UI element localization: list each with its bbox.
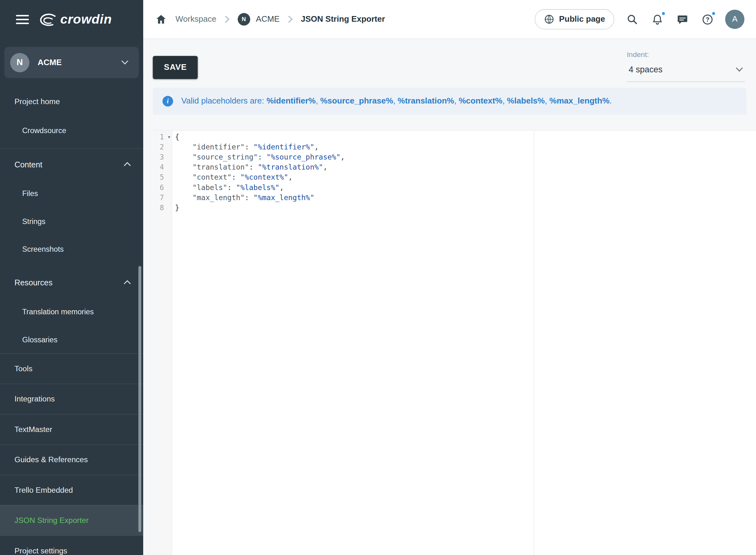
toolbar: SAVE Indent: 4 spaces [143, 39, 756, 82]
sidebar-item-label: Project home [14, 97, 60, 105]
code-line[interactable]: "max_length": "%max_length%" [175, 193, 756, 203]
sidebar-scrollbar[interactable] [138, 266, 141, 532]
token-value: "%translation%" [258, 163, 323, 172]
sidebar-item-resources[interactable]: Resources [0, 267, 143, 298]
sidebar-item-glossaries[interactable]: Glossaries [0, 326, 143, 353]
code-line[interactable]: } [175, 203, 756, 213]
placeholder-token: %source_phrase% [320, 96, 393, 105]
sidebar-item-json-string-exporter[interactable]: JSON String Exporter [0, 505, 143, 536]
placeholder-token: %translation% [398, 96, 454, 105]
workspace-avatar: N [10, 53, 29, 72]
sidebar-item-screenshots[interactable]: Screenshots [0, 236, 143, 263]
menu-icon[interactable] [16, 15, 29, 24]
sidebar-item-project-settings[interactable]: Project settings [0, 536, 143, 555]
token-ws [175, 142, 192, 151]
token-punct: , [341, 153, 345, 162]
code-line[interactable]: "source_string": "%source_phrase%", [175, 152, 756, 162]
workspace-name: ACME [37, 57, 122, 67]
sidebar-item-project-home[interactable]: Project home [0, 87, 143, 117]
code-line[interactable]: "labels": "%labels%", [175, 183, 756, 193]
code-line[interactable]: { [175, 132, 756, 142]
sidebar: crowdin N ACME Project homeCrowdsourceCo… [0, 0, 143, 555]
sidebar-item-label: Files [22, 189, 38, 198]
sidebar-item-label: Glossaries [22, 335, 57, 343]
fold-toggle-icon[interactable]: ▾ [167, 132, 171, 142]
code-line[interactable]: "context": "%context%", [175, 172, 756, 182]
topbar-actions: Public page [535, 9, 744, 29]
indent-select[interactable]: 4 spaces [627, 60, 745, 82]
sidebar-item-textmaster[interactable]: TextMaster [0, 414, 143, 444]
sidebar-item-translation-memories[interactable]: Translation memories [0, 298, 143, 326]
chevron-up-icon [124, 162, 131, 166]
sidebar-item-label: Crowdsource [22, 126, 66, 134]
info-icon: i [162, 96, 173, 106]
app-window: crowdin N ACME Project homeCrowdsourceCo… [0, 0, 756, 555]
sidebar-nav: Project homeCrowdsourceContentFilesStrin… [0, 84, 143, 555]
svg-text:?: ? [705, 16, 709, 23]
token-key: "translation" [192, 163, 249, 172]
code-line[interactable]: "translation": "%translation%", [175, 162, 756, 172]
token-ws [175, 183, 192, 192]
token-punct: , [323, 163, 327, 172]
breadcrumb-project[interactable]: N ACME [238, 13, 280, 26]
notification-dot [711, 11, 716, 16]
sidebar-header: crowdin [0, 0, 143, 39]
token-punct: } [175, 203, 179, 212]
user-avatar[interactable]: A [725, 10, 744, 29]
sidebar-item-integrations[interactable]: Integrations [0, 384, 143, 414]
public-page-button[interactable]: Public page [535, 9, 614, 29]
messages-icon[interactable] [675, 12, 689, 27]
sidebar-item-trello-embedded[interactable]: Trello Embedded [0, 475, 143, 505]
placeholder-token: %identifier% [266, 96, 316, 105]
crowdin-logo-text: crowdin [60, 12, 112, 27]
home-icon[interactable] [154, 12, 168, 27]
token-punct: , [288, 173, 293, 182]
topbar: Workspace N ACME JSON String Exporter [143, 0, 756, 39]
sidebar-item-files[interactable]: Files [0, 180, 143, 207]
line-number: 5 [153, 172, 172, 182]
breadcrumb-workspace[interactable]: Workspace [176, 14, 216, 24]
editor-gutter: 1▾2345678 [153, 131, 172, 555]
token-key: "context" [192, 173, 232, 182]
line-number: 3 [153, 152, 172, 162]
chevron-down-icon [736, 67, 743, 72]
line-number: 7 [153, 193, 172, 203]
chevron-right-icon [287, 15, 293, 24]
token-ws [175, 163, 192, 172]
sidebar-item-crowdsource[interactable]: Crowdsource [0, 117, 143, 144]
sidebar-item-label: Strings [22, 217, 45, 225]
token-value: "%labels%" [236, 183, 280, 192]
workspace-selector[interactable]: N ACME [4, 47, 139, 78]
crowdin-logo[interactable]: crowdin [40, 12, 112, 27]
token-key: "labels" [192, 183, 227, 192]
code-line[interactable]: "identifier": "%identifier%", [175, 142, 756, 152]
token-punct: : [249, 163, 258, 172]
token-punct: , [314, 142, 319, 151]
token-punct: , [280, 183, 284, 192]
sidebar-item-label: Trello Embedded [14, 486, 73, 494]
code-editor[interactable]: 1▾2345678 { "identifier": "%identifier%"… [153, 130, 756, 555]
editor-code[interactable]: { "identifier": "%identifier%", "source_… [172, 131, 756, 555]
public-page-label: Public page [559, 14, 605, 24]
chevron-right-icon [223, 15, 230, 24]
sidebar-item-label: Project settings [14, 547, 67, 555]
token-punct: { [175, 132, 179, 141]
sidebar-item-content[interactable]: Content [0, 148, 143, 180]
chevron-down-icon [122, 60, 128, 65]
info-banner: i Valid placeholders are:%identifier%, %… [153, 88, 747, 115]
crowdin-logo-icon [40, 13, 56, 27]
search-icon[interactable] [625, 12, 639, 27]
page-content: SAVE Indent: 4 spaces i Valid placeholde… [143, 39, 756, 555]
notification-dot [661, 11, 666, 16]
sidebar-item-guides-references[interactable]: Guides & References [0, 444, 143, 475]
info-banner-text: Valid placeholders are:%identifier%, %so… [181, 96, 612, 106]
sidebar-item-strings[interactable]: Strings [0, 207, 143, 235]
notifications-bell-icon[interactable] [650, 12, 664, 27]
sidebar-item-tools[interactable]: Tools [0, 353, 143, 384]
line-number: 6 [153, 183, 172, 193]
placeholder-token: %max_length% [550, 96, 610, 105]
main-area: Workspace N ACME JSON String Exporter [143, 0, 756, 555]
token-ws [175, 193, 192, 202]
save-button[interactable]: SAVE [153, 56, 198, 79]
help-icon[interactable]: ? [700, 12, 714, 27]
